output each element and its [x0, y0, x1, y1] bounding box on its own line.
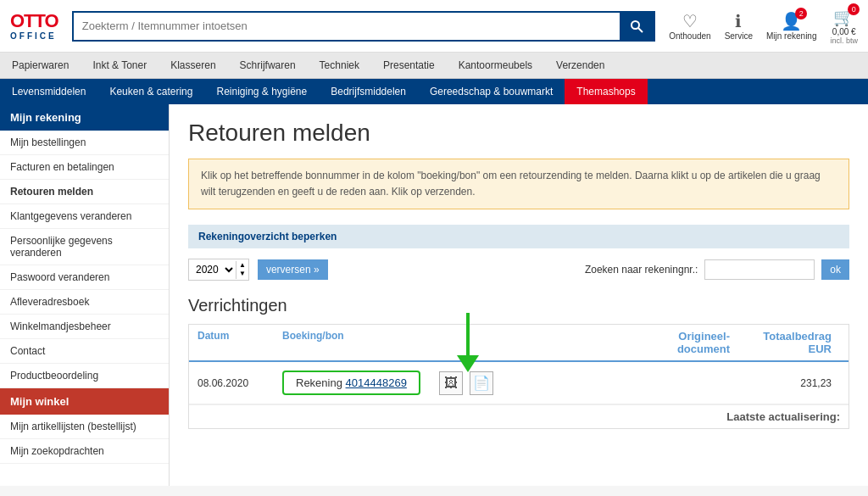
search-rekening-input[interactable]	[704, 259, 815, 280]
page-title: Retouren melden	[188, 120, 849, 147]
sidebar-item-contact[interactable]: Contact	[0, 339, 169, 364]
section-header-rekeningoverzicht: Rekeningoverzicht beperken	[188, 225, 849, 248]
sidebar: Mijn rekening Mijn bestellingen Facturen…	[0, 104, 170, 486]
nav-klasseren[interactable]: Klasseren	[159, 53, 227, 78]
col-origineel-line2: document	[677, 343, 730, 355]
nav-techniek[interactable]: Techniek	[308, 53, 371, 78]
sidebar-header-mijn-rekening: Mijn rekening	[0, 104, 169, 131]
sidebar-item-productbeoordeling[interactable]: Productbeoordeling	[0, 364, 169, 388]
svg-line-1	[638, 28, 643, 32]
cart-icon: 🛒 0	[833, 7, 854, 27]
header-icon-winkelmandje[interactable]: 🛒 0 0,00 € incl. btw	[830, 7, 858, 45]
header-icon-onthouden[interactable]: ♡ Onthouden	[669, 11, 711, 41]
table-header: Datum Boeking/bon Origineel- document To…	[189, 325, 849, 362]
sidebar-item-zoekopdrachten[interactable]: Mijn zoekopdrachten	[0, 439, 169, 464]
nav-secondary: Levensmiddelen Keuken & catering Reinigi…	[0, 79, 868, 104]
sidebar-header-mijn-winkel: Mijn winkel	[0, 388, 169, 415]
sidebar-item-paswoord[interactable]: Paswoord veranderen	[0, 265, 169, 290]
info-box: Klik op het betreffende bonnummer in de …	[188, 159, 849, 209]
sidebar-item-klantgegevens[interactable]: Klantgegevens veranderen	[0, 204, 169, 229]
col-header-datum: Datum	[198, 330, 282, 355]
logo-otto: OTTO	[10, 11, 58, 31]
search-button[interactable]	[620, 13, 654, 40]
year-up-arrow[interactable]: ▲	[239, 261, 246, 270]
year-select[interactable]: 2020	[189, 263, 236, 276]
sidebar-item-artikellijsten[interactable]: Mijn artikellijsten (bestellijst)	[0, 415, 169, 439]
green-arrow-icon	[451, 313, 485, 372]
rekening-label: Rekening	[296, 376, 342, 389]
col-header-origineel: Origineel- document	[637, 330, 738, 355]
last-update-row: Laatste actualisering:	[189, 404, 849, 428]
sidebar-item-mijn-bestellingen[interactable]: Mijn bestellingen	[0, 131, 169, 155]
section-title-verrichtingen: Verrichtingen	[188, 296, 849, 315]
search-icon	[630, 20, 643, 33]
service-label: Service	[725, 31, 753, 41]
service-icon: ℹ	[735, 11, 742, 31]
cart-price-sub: incl. btw	[830, 36, 858, 45]
col-origineel-line1: Origineel-	[678, 330, 730, 343]
nav-papierwaren[interactable]: Papierwaren	[0, 53, 81, 78]
cart-badge: 0	[848, 3, 860, 15]
content: Retouren melden Klik op het betreffende …	[170, 104, 868, 486]
onthouden-label: Onthouden	[669, 31, 711, 41]
logo[interactable]: OTTO OFFICE	[10, 11, 58, 41]
search-bar	[72, 11, 655, 42]
logo-office: OFFICE	[10, 31, 58, 41]
year-arrows: ▲ ▼	[236, 261, 248, 279]
nav-reiniging[interactable]: Reiniging & hygiëne	[204, 79, 319, 104]
green-arrow-container	[451, 313, 485, 375]
rekening-box[interactable]: Rekening 4014448269	[282, 371, 420, 395]
year-down-arrow[interactable]: ▼	[239, 270, 246, 278]
cart-price: 0,00 €	[832, 27, 856, 36]
sidebar-item-winkelmandjesbeheer[interactable]: Winkelmandjesbeheer	[0, 315, 169, 339]
sidebar-item-afleveradresboek[interactable]: Afleveradresboek	[0, 290, 169, 315]
main-layout: Mijn rekening Mijn bestellingen Facturen…	[0, 104, 868, 486]
search-rekening-wrapper: Zoeken naar rekeningnr.: ok	[585, 259, 849, 280]
nav-schrijfwaren[interactable]: Schrijfwaren	[228, 53, 308, 78]
svg-marker-3	[457, 355, 479, 372]
cell-totaal: 231,23	[738, 377, 840, 389]
nav-bedrijfsmiddelen[interactable]: Bedrijfsmiddelen	[319, 79, 418, 104]
sidebar-item-facturen[interactable]: Facturen en betalingen	[0, 155, 169, 180]
heart-icon: ♡	[682, 11, 698, 31]
nav-themashops[interactable]: Themashops	[565, 79, 647, 104]
nav-kantoormeubels[interactable]: Kantoormeubels	[447, 53, 544, 78]
last-update-label: Laatste actualisering:	[726, 410, 840, 423]
col-totaal-line1: Totaalbedrag	[763, 330, 832, 343]
nav-keuken-catering[interactable]: Keuken & catering	[97, 79, 204, 104]
ok-button[interactable]: ok	[821, 259, 849, 280]
header: OTTO OFFICE ♡ Onthouden ℹ Service 👤 2 Mi…	[0, 0, 868, 53]
svg-point-0	[632, 21, 639, 29]
sidebar-item-retouren[interactable]: Retouren melden	[0, 180, 169, 204]
search-input[interactable]	[74, 13, 620, 40]
table-container: Datum Boeking/bon Origineel- document To…	[188, 324, 849, 429]
verversen-button[interactable]: verversen »	[258, 259, 328, 280]
nav-inkt-toner[interactable]: Inkt & Toner	[81, 53, 159, 78]
nav-primary: Papierwaren Inkt & Toner Klasseren Schri…	[0, 53, 868, 79]
header-icon-mijn-rekening[interactable]: 👤 2 Mijn rekening	[766, 11, 816, 41]
header-icon-service[interactable]: ℹ Service	[725, 11, 753, 41]
mijn-rekening-label: Mijn rekening	[766, 31, 816, 41]
user-icon: 👤 2	[781, 11, 802, 31]
year-select-wrapper: 2020 ▲ ▼	[188, 259, 249, 281]
nav-verzenden[interactable]: Verzenden	[544, 53, 616, 78]
cell-datum: 08.06.2020	[198, 377, 282, 389]
sidebar-item-persoonlijke-gegevens[interactable]: Persoonlijke gegevens veranderen	[0, 229, 169, 265]
nav-gereedschap[interactable]: Gereedschap & bouwmarkt	[418, 79, 565, 104]
table-row: 08.06.2020 Rekening 4014448269 🖼 📄	[189, 362, 849, 404]
col-totaal-line2: EUR	[809, 343, 832, 355]
col-header-totaal: Totaalbedrag EUR	[738, 330, 840, 355]
nav-presentatie[interactable]: Presentatie	[371, 53, 447, 78]
rekening-number-link[interactable]: 4014448269	[346, 376, 407, 389]
search-rekening-label: Zoeken naar rekeningnr.:	[585, 264, 698, 276]
badge: 2	[795, 8, 807, 20]
nav-levensmiddelen[interactable]: Levensmiddelen	[0, 79, 97, 104]
filter-row: 2020 ▲ ▼ verversen » Zoeken naar rekenin…	[188, 259, 849, 281]
verrichtingen-wrapper: Verrichtingen	[188, 296, 849, 315]
header-icons: ♡ Onthouden ℹ Service 👤 2 Mijn rekening …	[669, 7, 858, 45]
